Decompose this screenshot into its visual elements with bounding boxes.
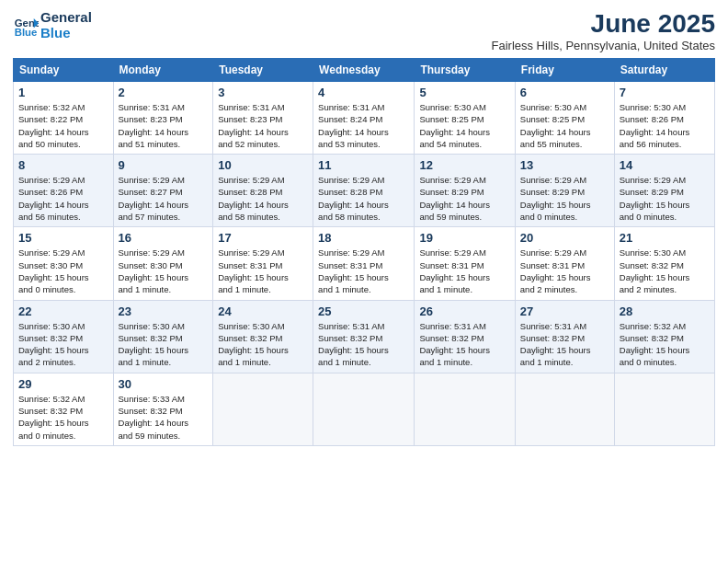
day-info: Sunrise: 5:31 AM Sunset: 8:24 PM Dayligh… (318, 101, 409, 150)
day-number: 17 (218, 231, 308, 245)
calendar-cell: 9Sunrise: 5:29 AM Sunset: 8:27 PM Daylig… (113, 155, 213, 227)
day-number: 23 (119, 304, 209, 318)
weekday-header-tuesday: Tuesday (213, 59, 313, 82)
weekday-header-thursday: Thursday (415, 59, 515, 82)
calendar-cell: 24Sunrise: 5:30 AM Sunset: 8:32 PM Dayli… (213, 300, 313, 373)
day-number: 27 (520, 304, 609, 318)
day-number: 7 (620, 86, 710, 99)
day-info: Sunrise: 5:30 AM Sunset: 8:32 PM Dayligh… (218, 320, 308, 369)
calendar-cell: 10Sunrise: 5:29 AM Sunset: 8:28 PM Dayli… (213, 155, 313, 227)
calendar-cell: 22Sunrise: 5:30 AM Sunset: 8:32 PM Dayli… (14, 300, 114, 373)
calendar-week-row: 29Sunrise: 5:32 AM Sunset: 8:32 PM Dayli… (14, 373, 715, 445)
day-number: 24 (218, 304, 308, 318)
day-info: Sunrise: 5:29 AM Sunset: 8:29 PM Dayligh… (419, 174, 509, 223)
calendar-cell: 8Sunrise: 5:29 AM Sunset: 8:26 PM Daylig… (14, 155, 114, 227)
day-info: Sunrise: 5:29 AM Sunset: 8:28 PM Dayligh… (318, 174, 409, 223)
calendar-cell: 16Sunrise: 5:29 AM Sunset: 8:30 PM Dayli… (113, 227, 213, 300)
svg-text:Blue: Blue (15, 28, 38, 39)
day-info: Sunrise: 5:30 AM Sunset: 8:32 PM Dayligh… (18, 320, 108, 369)
day-info: Sunrise: 5:32 AM Sunset: 8:32 PM Dayligh… (620, 320, 710, 369)
calendar-cell: 25Sunrise: 5:31 AM Sunset: 8:32 PM Dayli… (313, 300, 415, 373)
day-number: 25 (318, 304, 409, 318)
calendar-cell: 20Sunrise: 5:29 AM Sunset: 8:31 PM Dayli… (515, 227, 614, 300)
day-info: Sunrise: 5:30 AM Sunset: 8:26 PM Dayligh… (620, 101, 710, 150)
day-info: Sunrise: 5:31 AM Sunset: 8:32 PM Dayligh… (520, 320, 609, 369)
logo-text: General Blue (40, 9, 92, 41)
calendar-week-row: 8Sunrise: 5:29 AM Sunset: 8:26 PM Daylig… (14, 155, 715, 227)
day-info: Sunrise: 5:30 AM Sunset: 8:32 PM Dayligh… (119, 320, 209, 369)
calendar-cell: 7Sunrise: 5:30 AM Sunset: 8:26 PM Daylig… (614, 82, 714, 155)
calendar-cell: 30Sunrise: 5:33 AM Sunset: 8:32 PM Dayli… (113, 373, 213, 445)
calendar-cell: 18Sunrise: 5:29 AM Sunset: 8:31 PM Dayli… (313, 227, 415, 300)
day-info: Sunrise: 5:29 AM Sunset: 8:26 PM Dayligh… (18, 174, 108, 223)
day-info: Sunrise: 5:31 AM Sunset: 8:23 PM Dayligh… (218, 101, 308, 150)
day-info: Sunrise: 5:31 AM Sunset: 8:32 PM Dayligh… (419, 320, 509, 369)
day-number: 26 (419, 304, 509, 318)
calendar-cell: 17Sunrise: 5:29 AM Sunset: 8:31 PM Dayli… (213, 227, 313, 300)
day-info: Sunrise: 5:31 AM Sunset: 8:32 PM Dayligh… (318, 320, 409, 369)
calendar-week-row: 22Sunrise: 5:30 AM Sunset: 8:32 PM Dayli… (14, 300, 715, 373)
logo-icon: General Blue (13, 12, 39, 38)
day-number: 19 (419, 231, 509, 245)
day-info: Sunrise: 5:32 AM Sunset: 8:32 PM Dayligh… (18, 393, 108, 442)
weekday-header-monday: Monday (113, 59, 213, 82)
calendar-cell: 28Sunrise: 5:32 AM Sunset: 8:32 PM Dayli… (614, 300, 714, 373)
day-info: Sunrise: 5:30 AM Sunset: 8:25 PM Dayligh… (520, 101, 609, 150)
day-number: 13 (520, 158, 609, 172)
calendar-cell (614, 373, 714, 445)
day-number: 30 (119, 377, 209, 391)
calendar-cell: 3Sunrise: 5:31 AM Sunset: 8:23 PM Daylig… (213, 82, 313, 155)
calendar-cell: 21Sunrise: 5:30 AM Sunset: 8:32 PM Dayli… (614, 227, 714, 300)
day-number: 2 (119, 86, 209, 99)
calendar-cell (213, 373, 313, 445)
day-number: 10 (218, 158, 308, 172)
location: Fairless Hills, Pennsylvania, United Sta… (492, 39, 716, 52)
day-number: 9 (119, 158, 209, 172)
calendar-cell: 19Sunrise: 5:29 AM Sunset: 8:31 PM Dayli… (415, 227, 515, 300)
day-info: Sunrise: 5:29 AM Sunset: 8:30 PM Dayligh… (119, 247, 209, 295)
calendar-week-row: 15Sunrise: 5:29 AM Sunset: 8:30 PM Dayli… (14, 227, 715, 300)
month-title: June 2025 (492, 9, 716, 39)
day-number: 1 (18, 86, 108, 99)
weekday-header-friday: Friday (515, 59, 614, 82)
calendar-cell: 13Sunrise: 5:29 AM Sunset: 8:29 PM Dayli… (515, 155, 614, 227)
day-info: Sunrise: 5:29 AM Sunset: 8:27 PM Dayligh… (119, 174, 209, 223)
calendar-cell: 15Sunrise: 5:29 AM Sunset: 8:30 PM Dayli… (14, 227, 114, 300)
day-info: Sunrise: 5:29 AM Sunset: 8:29 PM Dayligh… (620, 174, 710, 223)
day-number: 29 (18, 377, 108, 391)
weekday-header-wednesday: Wednesday (313, 59, 415, 82)
calendar-cell: 1Sunrise: 5:32 AM Sunset: 8:22 PM Daylig… (14, 82, 114, 155)
calendar-cell: 12Sunrise: 5:29 AM Sunset: 8:29 PM Dayli… (415, 155, 515, 227)
day-info: Sunrise: 5:29 AM Sunset: 8:29 PM Dayligh… (520, 174, 609, 223)
day-number: 12 (419, 158, 509, 172)
calendar-cell: 14Sunrise: 5:29 AM Sunset: 8:29 PM Dayli… (614, 155, 714, 227)
calendar-cell: 6Sunrise: 5:30 AM Sunset: 8:25 PM Daylig… (515, 82, 614, 155)
logo-blue: Blue (40, 25, 71, 40)
calendar-cell: 26Sunrise: 5:31 AM Sunset: 8:32 PM Dayli… (415, 300, 515, 373)
calendar-cell (313, 373, 415, 445)
calendar-cell: 29Sunrise: 5:32 AM Sunset: 8:32 PM Dayli… (14, 373, 114, 445)
day-info: Sunrise: 5:30 AM Sunset: 8:32 PM Dayligh… (620, 247, 710, 295)
day-info: Sunrise: 5:30 AM Sunset: 8:25 PM Dayligh… (419, 101, 509, 150)
day-info: Sunrise: 5:29 AM Sunset: 8:28 PM Dayligh… (218, 174, 308, 223)
day-number: 15 (18, 231, 108, 245)
day-number: 5 (419, 86, 509, 99)
day-number: 16 (119, 231, 209, 245)
day-info: Sunrise: 5:33 AM Sunset: 8:32 PM Dayligh… (119, 393, 209, 442)
day-number: 22 (18, 304, 108, 318)
day-number: 4 (318, 86, 409, 99)
weekday-header-sunday: Sunday (14, 59, 114, 82)
calendar-cell: 23Sunrise: 5:30 AM Sunset: 8:32 PM Dayli… (113, 300, 213, 373)
calendar-cell: 27Sunrise: 5:31 AM Sunset: 8:32 PM Dayli… (515, 300, 614, 373)
day-info: Sunrise: 5:29 AM Sunset: 8:31 PM Dayligh… (520, 247, 609, 295)
calendar-week-row: 1Sunrise: 5:32 AM Sunset: 8:22 PM Daylig… (14, 82, 715, 155)
day-info: Sunrise: 5:29 AM Sunset: 8:31 PM Dayligh… (419, 247, 509, 295)
day-number: 14 (620, 158, 710, 172)
calendar-cell: 11Sunrise: 5:29 AM Sunset: 8:28 PM Dayli… (313, 155, 415, 227)
day-info: Sunrise: 5:29 AM Sunset: 8:31 PM Dayligh… (218, 247, 308, 295)
day-number: 6 (520, 86, 609, 99)
calendar-cell (415, 373, 515, 445)
calendar-cell: 2Sunrise: 5:31 AM Sunset: 8:23 PM Daylig… (113, 82, 213, 155)
day-number: 3 (218, 86, 308, 99)
day-info: Sunrise: 5:31 AM Sunset: 8:23 PM Dayligh… (119, 101, 209, 150)
